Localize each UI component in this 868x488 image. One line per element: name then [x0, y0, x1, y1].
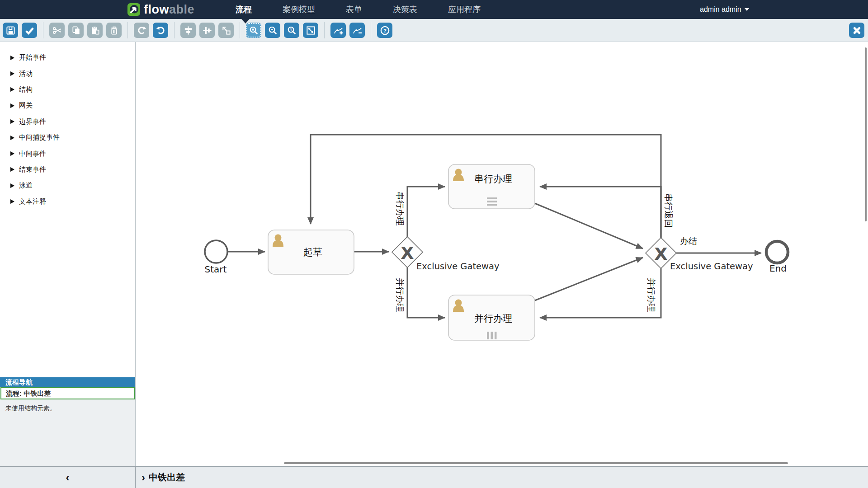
palette-item-end-events[interactable]: 结束事件 — [0, 162, 135, 178]
help-icon: ? — [380, 25, 390, 36]
zoom-in-button[interactable] — [246, 23, 261, 38]
active-tab-pointer-icon — [241, 19, 250, 23]
task-label: 起草 — [303, 247, 322, 258]
flow-serial-to-gateway2[interactable] — [535, 203, 643, 249]
expand-arrow-icon — [10, 103, 14, 108]
sequential-multi-instance-icon — [487, 197, 497, 206]
user-name: admin admin — [700, 5, 741, 14]
vertical-scrollbar[interactable] — [865, 47, 867, 221]
flowable-modeler: flowable 流程 案例模型 表单 决策表 应用程序 admin admin — [0, 0, 868, 488]
palette-item-start-events[interactable]: 开始事件 — [0, 50, 135, 66]
paste-icon — [90, 25, 100, 36]
logo-text-able: able — [169, 3, 194, 16]
palette-item-intermediate-catching-events[interactable]: 中间捕捉事件 — [0, 130, 135, 145]
remove-bendpoint-button[interactable] — [349, 23, 365, 38]
app-logo[interactable]: flowable — [127, 2, 194, 17]
parallel-multi-instance-icon — [487, 332, 497, 339]
user-menu[interactable]: admin admin — [700, 0, 749, 19]
flow-gateway1-to-parallel[interactable] — [407, 267, 445, 318]
horizontal-scrollbar[interactable] — [284, 462, 788, 464]
palette-item-activities[interactable]: 活动 — [0, 66, 135, 81]
expand-arrow-icon — [10, 167, 14, 172]
same-size-button[interactable] — [218, 23, 234, 38]
flow-label-parallel-return: 并行办理 — [646, 278, 656, 312]
toolbar-separator — [43, 22, 43, 38]
breadcrumb-process-name[interactable]: 中铁出差 — [149, 471, 185, 483]
delete-button[interactable] — [106, 23, 122, 38]
align-vertical-icon — [202, 25, 212, 36]
align-vertical-button[interactable] — [199, 23, 215, 38]
redo-button[interactable] — [134, 23, 149, 38]
expand-arrow-icon — [10, 183, 14, 188]
align-horizontal-button[interactable] — [180, 23, 196, 38]
start-event[interactable] — [205, 240, 227, 263]
zoom-actual-size-icon: 1 — [287, 25, 297, 36]
paste-button[interactable] — [87, 23, 103, 38]
chevron-right-icon: › — [142, 472, 145, 483]
chevron-down-icon — [745, 8, 749, 11]
palette-item-gateways[interactable]: 网关 — [0, 98, 135, 113]
tab-apps[interactable]: 应用程序 — [448, 4, 481, 15]
logo-text-flow: flow — [144, 3, 169, 16]
zoom-fit-button[interactable] — [303, 23, 318, 38]
zoom-fit-icon — [306, 25, 316, 36]
scissors-icon — [52, 25, 62, 36]
end-event[interactable] — [766, 241, 788, 263]
close-icon — [852, 25, 862, 36]
expand-arrow-icon — [10, 71, 14, 76]
validate-button[interactable] — [22, 23, 37, 38]
help-button[interactable]: ? — [377, 23, 392, 38]
footer-bar: ‹ › 中铁出差 — [0, 466, 868, 488]
toolbar-separator — [240, 22, 240, 38]
palette-item-boundary-events[interactable]: 边界事件 — [0, 114, 135, 130]
copy-button[interactable] — [68, 23, 84, 38]
zoom-out-button[interactable] — [265, 23, 280, 38]
expand-arrow-icon — [10, 87, 14, 92]
checkmark-icon — [24, 25, 35, 36]
gateway-x-symbol: X — [654, 244, 667, 264]
palette-item-swimlanes[interactable]: 泳道 — [0, 178, 135, 193]
save-button[interactable] — [3, 23, 18, 38]
undo-button[interactable] — [153, 23, 168, 38]
user-task-parallel[interactable]: 并行办理 — [448, 295, 535, 340]
undo-icon — [156, 25, 166, 36]
navbar: flowable 流程 案例模型 表单 决策表 应用程序 admin admin — [0, 0, 868, 19]
diagram-canvas[interactable]: Start 起草 串行办理 — [136, 42, 868, 466]
toolbar-separator — [324, 22, 325, 38]
editor-toolbar: 1 — [0, 19, 868, 42]
zoom-actual-button[interactable]: 1 — [284, 23, 299, 38]
tab-forms[interactable]: 表单 — [346, 4, 362, 15]
user-task-serial[interactable]: 串行办理 — [448, 164, 535, 209]
tab-processes[interactable]: 流程 — [236, 4, 252, 15]
copy-icon — [71, 25, 81, 36]
flow-gateway1-to-serial[interactable] — [407, 187, 445, 237]
process-navigator-current[interactable]: 流程: 中铁出差 — [0, 387, 135, 399]
toolbar-separator — [127, 22, 128, 38]
zoom-in-icon — [249, 25, 259, 36]
collapse-palette-button[interactable]: ‹ — [0, 467, 136, 488]
zoom-out-icon — [268, 25, 278, 36]
trash-icon — [109, 25, 119, 36]
tab-case-models[interactable]: 案例模型 — [283, 4, 315, 15]
flow-parallel-to-gateway2[interactable] — [535, 258, 643, 300]
palette-item-intermediate-events[interactable]: 中间事件 — [0, 145, 135, 161]
palette-item-text-annotation[interactable]: 文本注释 — [0, 194, 135, 210]
flow-label-to-parallel: 并行办理 — [395, 278, 405, 312]
add-bendpoint-icon — [333, 25, 344, 36]
svg-text:1: 1 — [290, 28, 292, 32]
close-button[interactable] — [849, 23, 864, 38]
expand-arrow-icon — [10, 56, 14, 60]
add-bendpoint-button[interactable] — [330, 23, 346, 38]
user-task-draft[interactable]: 起草 — [268, 230, 354, 274]
end-event-label: End — [769, 263, 787, 274]
process-navigator-header: 流程导航 — [0, 377, 135, 387]
expand-arrow-icon — [10, 136, 14, 140]
expand-arrow-icon — [10, 119, 14, 124]
tab-decision-tables[interactable]: 决策表 — [393, 4, 417, 15]
start-event-label: Start — [205, 264, 227, 275]
expand-arrow-icon — [10, 151, 14, 156]
flow-label-to-serial: 串行办理 — [395, 192, 405, 226]
palette-item-structural[interactable]: 结构 — [0, 82, 135, 98]
flow-gateway2-back-to-parallel[interactable] — [540, 268, 661, 318]
cut-button[interactable] — [49, 23, 65, 38]
